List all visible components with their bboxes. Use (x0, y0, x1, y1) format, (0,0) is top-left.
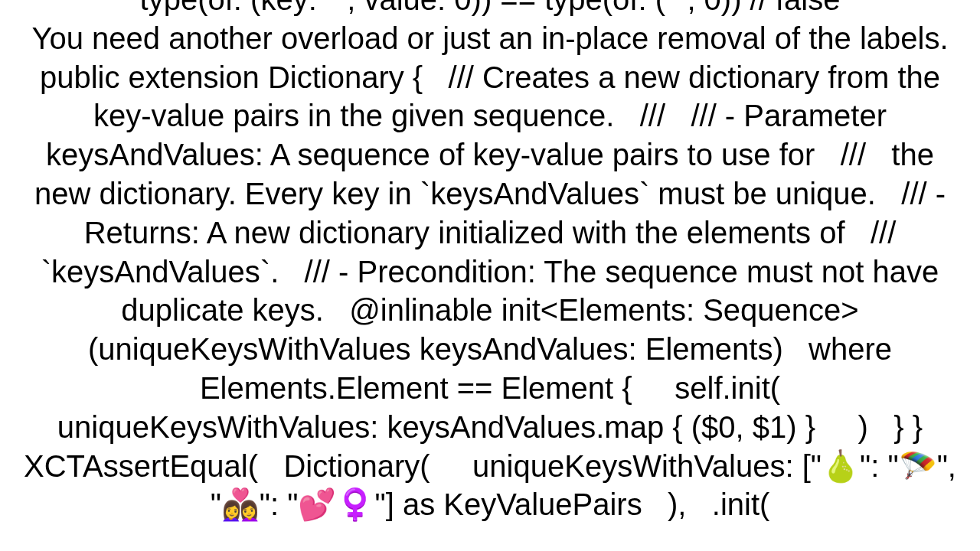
document-body-text: type(of: (key: "", value: 0)) == type(of… (15, 0, 965, 524)
document-viewport: type(of: (key: "", value: 0)) == type(of… (0, 0, 980, 551)
